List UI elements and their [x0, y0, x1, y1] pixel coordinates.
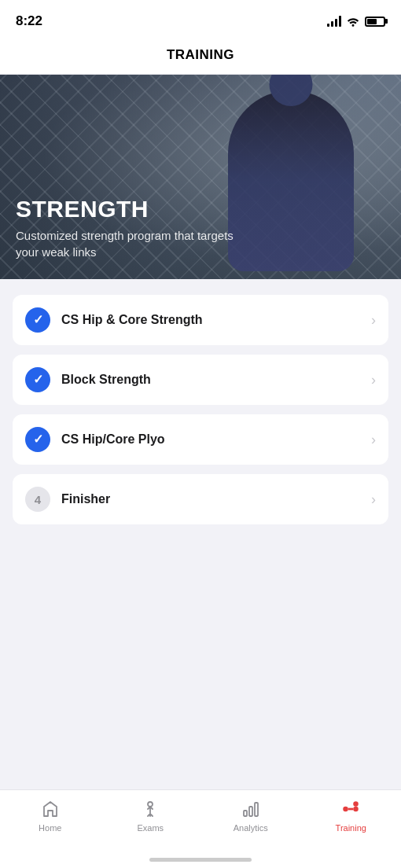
exercise-item-3[interactable]: ✓ CS Hip/Core Plyo ›: [13, 414, 388, 465]
completed-circle-2: ✓: [25, 367, 50, 392]
hero-title: STRENGTH: [16, 196, 236, 223]
hero-figure: [228, 90, 354, 271]
exercise-name-3: CS Hip/Core Plyo: [61, 432, 165, 447]
exercise-item-1[interactable]: ✓ CS Hip & Core Strength ›: [13, 295, 388, 345]
tab-analytics-label: Analytics: [234, 823, 268, 833]
completed-circle-3: ✓: [25, 427, 50, 452]
status-icons: [327, 16, 385, 27]
hero-content: STRENGTH Customized strength program tha…: [16, 196, 236, 260]
main-content: ✓ CS Hip & Core Strength › ✓ Block Stren…: [0, 279, 401, 548]
tab-exams-label: Exams: [137, 823, 164, 833]
exams-icon: [141, 800, 160, 818]
exercise-name-1: CS Hip & Core Strength: [61, 313, 203, 327]
exercise-name-4: Finisher: [61, 492, 110, 506]
exercise-list: ✓ CS Hip & Core Strength › ✓ Block Stren…: [13, 295, 388, 532]
tab-home-label: Home: [39, 823, 61, 833]
status-time: 8:22: [16, 13, 42, 29]
svg-point-4: [344, 807, 349, 812]
svg-rect-2: [249, 807, 252, 816]
exercise-item-4[interactable]: 4 Finisher ›: [13, 474, 388, 524]
number-circle-4: 4: [25, 487, 50, 512]
status-bar: 8:22: [0, 0, 401, 39]
home-icon: [41, 800, 60, 818]
chevron-icon-4: ›: [371, 491, 376, 508]
page-header: TRAINING: [0, 39, 401, 75]
chevron-icon-2: ›: [371, 372, 376, 388]
svg-rect-3: [255, 803, 258, 816]
home-indicator: [149, 858, 252, 862]
chevron-icon-3: ›: [371, 432, 376, 448]
exercise-item-2[interactable]: ✓ Block Strength ›: [13, 355, 388, 405]
svg-rect-1: [244, 811, 247, 816]
tab-bar: Home Exams Analytics: [0, 789, 401, 868]
battery-icon: [365, 17, 385, 27]
completed-circle-1: ✓: [25, 307, 50, 333]
tab-training[interactable]: Training: [301, 798, 402, 833]
page-title: TRAINING: [0, 47, 401, 63]
analytics-icon: [241, 800, 260, 818]
training-icon: [340, 799, 361, 819]
hero-section: STRENGTH Customized strength program tha…: [0, 75, 401, 279]
tab-home[interactable]: Home: [0, 798, 101, 833]
signal-icon: [327, 16, 341, 27]
tab-training-label: Training: [336, 823, 366, 833]
hero-subtitle: Customized strength program that targets…: [16, 227, 236, 260]
tab-exams[interactable]: Exams: [101, 798, 201, 833]
exercise-name-2: Block Strength: [61, 373, 151, 387]
tab-analytics[interactable]: Analytics: [200, 798, 301, 833]
svg-point-7: [354, 801, 359, 807]
chevron-icon-1: ›: [371, 312, 376, 329]
wifi-icon: [346, 16, 360, 27]
